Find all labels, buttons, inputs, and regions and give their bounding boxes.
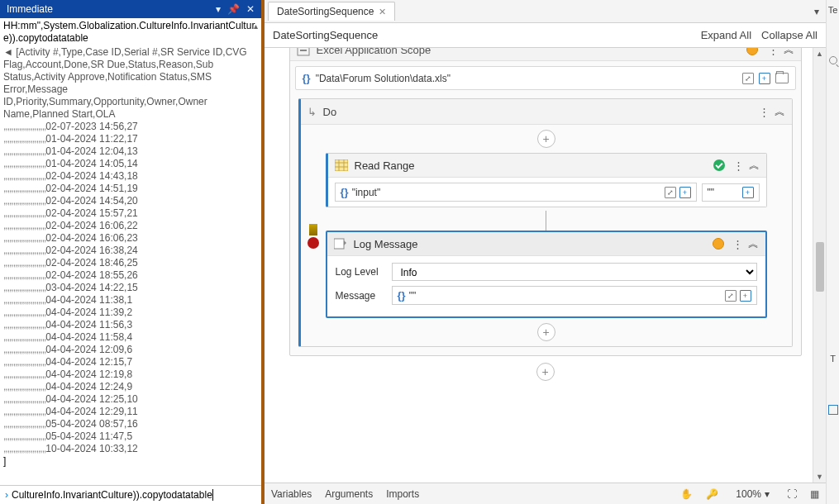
tab-datesortingsequence[interactable]: DateSortingSequence ✕ [268, 2, 395, 21]
message-field[interactable]: {} "" ⤢ + [392, 286, 757, 305]
read-range-activity[interactable]: Read Range ⋮ ︽ {} "input" [326, 153, 767, 207]
log-level-label: Log Level [336, 266, 385, 278]
excel-application-scope[interactable]: Excel Application Scope ⋮ ︽ {} "Data\For… [289, 48, 802, 356]
more-icon[interactable]: ⋮ [733, 159, 744, 172]
collapse-icon[interactable]: ︽ [749, 158, 760, 173]
do-sequence[interactable]: ↳ Do ⋮ ︽ + Read Ran [298, 98, 793, 347]
connector-line [546, 211, 546, 231]
immediate-row: ,,,,,,,,,,,,,,,,,,,,,,04-04-2024 11:58,4 [3, 331, 258, 344]
breadcrumb[interactable]: DateSortingSequence [273, 29, 378, 41]
status-bar: Variables Arguments Imports ✋ 🔑 100% ▾ ⛶… [265, 483, 826, 504]
breadcrumb-bar: DateSortingSequence Expand All Collapse … [265, 23, 826, 48]
tab-bar: DateSortingSequence ✕ ▾ [265, 0, 826, 23]
immediate-row: ,,,,,,,,,,,,,,,,,,,,,,02-04-2024 14:43,1… [3, 170, 258, 183]
add-activity-outer[interactable]: + [536, 363, 555, 381]
right-tab-te[interactable]: Te [828, 5, 838, 15]
plus-icon[interactable]: + [740, 290, 751, 302]
scroll-down-icon[interactable]: ▼ [816, 473, 823, 481]
immediate-row: ,,,,,,,,,,,,,,,,,,,,,,04-04-2024 12:24,9 [3, 381, 258, 393]
immediate-row: ,,,,,,,,,,,,,,,,,,,,,,04-04-2024 12:15,7 [3, 356, 258, 368]
braces-icon: {} [398, 289, 406, 302]
immediate-row: ,,,,,,,,,,,,,,,,,,,,,,04-04-2024 11:38,1 [3, 294, 258, 307]
overview-icon[interactable]: ▦ [810, 488, 819, 500]
immediate-end: ] [3, 455, 258, 468]
immediate-row: ,,,,,,,,,,,,,,,,,,,,,,02-04-2024 16:06,2… [3, 232, 258, 245]
fit-screen-icon[interactable]: ⛶ [787, 488, 797, 500]
scroll-up-icon[interactable]: ▴ [254, 20, 258, 32]
expand-editor-icon[interactable]: ⤢ [742, 73, 754, 84]
immediate-row: ,,,,,,,,,,,,,,,,,,,,,,03-04-2024 14:22,1… [3, 282, 258, 294]
collapse-all-link[interactable]: Collapse All [761, 29, 818, 41]
message-value: "" [409, 290, 417, 302]
close-icon[interactable]: ✕ [246, 3, 255, 15]
sequence-arrow-icon: ↳ [307, 106, 317, 118]
sheet-field[interactable]: {} "input" ⤢ + [335, 183, 697, 202]
prompt-icon: › [5, 489, 8, 501]
immediate-input[interactable]: CultureInfo.InvariantCulture)).copytodat… [12, 489, 256, 501]
arguments-tab[interactable]: Arguments [325, 488, 373, 500]
right-tab-t[interactable]: T [830, 354, 836, 364]
scroll-up-icon[interactable]: ▲ [816, 50, 823, 58]
svg-rect-2 [300, 50, 307, 51]
folder-icon[interactable] [775, 73, 789, 83]
immediate-row: ,,,,,,,,,,,,,,,,,,,,,,02-04-2024 16:06,2… [3, 220, 258, 232]
add-activity-bottom[interactable]: + [537, 323, 555, 341]
do-title: Do [323, 106, 337, 118]
range-field[interactable]: "" + [702, 183, 760, 202]
immediate-body[interactable]: ▴ HH:mm",System.Globalization.CultureInf… [0, 18, 261, 485]
search-icon[interactable] [829, 56, 837, 64]
right-box-icon[interactable] [828, 405, 838, 415]
tab-overflow-icon[interactable]: ▾ [814, 6, 819, 17]
workbook-path-row: {} "Data\Forum Solution\data.xls" ⤢ + [295, 66, 796, 90]
plus-icon[interactable]: + [742, 187, 754, 198]
expand-editor-icon[interactable]: ⤢ [665, 187, 676, 198]
expand-editor-icon[interactable]: ⤢ [725, 290, 737, 302]
plus-icon[interactable]: + [679, 187, 691, 198]
log-icon [334, 238, 347, 250]
svg-rect-0 [298, 48, 309, 55]
collapse-icon[interactable]: ︽ [748, 236, 759, 251]
more-icon[interactable]: ⋮ [759, 106, 770, 118]
warning-icon[interactable] [746, 48, 758, 55]
warning-icon[interactable] [713, 238, 724, 250]
plus-icon[interactable]: + [759, 73, 770, 84]
log-message-activity[interactable]: Log Message ⋮ ︽ Log Level Info [326, 231, 767, 318]
collapse-icon[interactable]: ︽ [784, 48, 794, 57]
pan-icon[interactable]: ✋ [680, 488, 693, 500]
svg-rect-3 [335, 159, 348, 171]
immediate-panel: Immediate ▾ 📌 ✕ ▴ HH:mm",System.Globaliz… [0, 0, 265, 504]
more-icon[interactable]: ⋮ [768, 48, 779, 56]
sheet-value: "input" [352, 187, 381, 198]
immediate-expression: HH:mm",System.Globalization.CultureInfo.… [3, 20, 258, 45]
immediate-row: ,,,,,,,,,,,,,,,,,,,,,,04-04-2024 12:25,1… [3, 393, 258, 406]
immediate-input-row[interactable]: › CultureInfo.InvariantCulture)).copytod… [0, 485, 261, 504]
variables-tab[interactable]: Variables [271, 488, 312, 500]
add-activity-top[interactable]: + [537, 130, 555, 148]
canvas-scrollbar[interactable]: ▲ ▼ [813, 48, 826, 483]
dropdown-icon[interactable]: ▾ [216, 3, 221, 15]
message-label: Message [336, 290, 385, 302]
immediate-row: ,,,,,,,,,,,,,,,,,,,,,,04-04-2024 11:39,2 [3, 307, 258, 319]
expand-all-link[interactable]: Expand All [701, 29, 751, 41]
immediate-row: ,,,,,,,,,,,,,,,,,,,,,,01-04-2024 12:04,1… [3, 145, 258, 158]
scroll-thumb[interactable] [816, 242, 824, 292]
immediate-row: ,,,,,,,,,,,,,,,,,,,,,,01-04-2024 11:22,1… [3, 133, 258, 145]
immediate-row: ,,,,,,,,,,,,,,,,,,,,,,02-04-2024 18:55,2… [3, 269, 258, 282]
immediate-row: ,,,,,,,,,,,,,,,,,,,,,,04-04-2024 11:56,3 [3, 319, 258, 331]
immediate-row: ,,,,,,,,,,,,,,,,,,,,,,02-04-2024 18:46,2… [3, 257, 258, 269]
immediate-row: ,,,,,,,,,,,,,,,,,,,,,,04-04-2024 12:09,6 [3, 344, 258, 356]
log-title: Log Message [354, 238, 418, 250]
imports-tab[interactable]: Imports [386, 488, 419, 500]
workbook-path[interactable]: "Data\Forum Solution\data.xls" [316, 73, 737, 84]
more-icon[interactable]: ⋮ [732, 238, 743, 250]
workflow-canvas[interactable]: ▲ ▼ Excel Application Scope ⋮ ︽ {} [265, 48, 826, 483]
log-level-select[interactable]: Info [392, 263, 757, 281]
scope-title: Excel Application Scope [317, 48, 431, 56]
pin-icon[interactable]: 📌 [227, 3, 240, 15]
readrange-icon [335, 159, 348, 171]
tab-close-icon[interactable]: ✕ [379, 7, 386, 17]
breakpoint-icon[interactable] [307, 237, 319, 249]
collapse-icon[interactable]: ︽ [775, 104, 785, 119]
zoom-icon[interactable]: 🔑 [706, 488, 718, 500]
zoom-level[interactable]: 100% ▾ [732, 487, 774, 502]
